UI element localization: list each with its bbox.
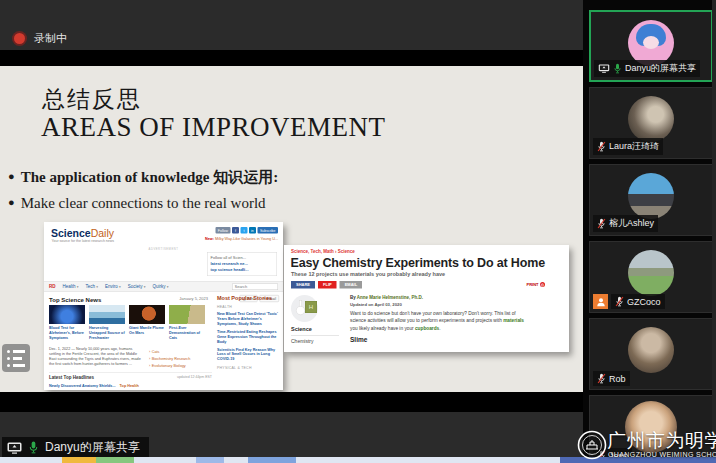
sciencedaily-promo-box: Follow all of Scien... latest research n… (207, 252, 277, 276)
participant-name-pill: Laura汪琦琦 (593, 138, 663, 155)
sciencedaily-body: Top Science News January 5, 2023 ⎙ Print… (44, 292, 283, 390)
new-story-link[interactable]: Milky Way-Like Galaxies in Young U... (215, 236, 278, 241)
mic-on-icon (613, 63, 622, 74)
avatar (628, 96, 674, 142)
article-title: Easy Chemistry Experiments to Do at Home (291, 255, 546, 270)
mic-muted-icon (597, 373, 606, 384)
zoom-meeting-window: 录制中 总结反思 AREAS OF IMPROVEMENT ●The appli… (0, 0, 716, 463)
health-section-label: HEALTH (217, 305, 279, 309)
slide-title-en: AREAS OF IMPROVEMENT (41, 112, 386, 143)
materials-link[interactable]: materials (503, 318, 524, 324)
sciencedaily-screenshot: ScienceDaily Your source for the latest … (44, 222, 283, 390)
participant-tile-laura[interactable]: Laura汪琦琦 (589, 87, 713, 159)
subscribe-button[interactable]: Subscribe (257, 227, 278, 234)
topic-link[interactable]: ›Cats (149, 348, 190, 355)
nav-quirky[interactable]: Quirky ▾ (153, 284, 169, 289)
screen-letterbox-bottom (0, 392, 583, 412)
popular-link[interactable]: Time-Restricted Eating Reshapes Gene Exp… (217, 329, 279, 344)
news-card[interactable]: Blood Test for Alzheimer's, Before Sympt… (49, 305, 85, 340)
physical-tech-section-label: PHYSICAL & TECH (217, 365, 279, 369)
category-chemistry-label[interactable]: Chemistry (291, 339, 343, 345)
news-card-row: Blood Test for Alzheimer's, Before Sympt… (49, 305, 205, 340)
linkedin-icon[interactable]: in (249, 227, 256, 234)
recording-dot-icon (14, 33, 25, 44)
cupboards-link[interactable]: cupboards (415, 325, 439, 331)
article-body-text: Want to do science but don't have your o… (350, 310, 525, 331)
popular-link[interactable]: Scientists Find Key Reason Why Loss of S… (217, 347, 279, 362)
participant-name-pill: GZCoco (611, 294, 665, 309)
panel-scrollbar[interactable] (712, 0, 716, 463)
participants-panel: Danyu的屏幕共享 Laura汪琦琦 榕儿Ashley GZCo (583, 0, 716, 463)
sciencedaily-navbar: RD Health ▾ Tech ▾ Enviro ▾ Society ▾ Qu… (44, 281, 283, 292)
facebook-icon[interactable]: f (232, 227, 239, 234)
article-updated-date: Updated on April 03, 2020 (350, 302, 525, 307)
flip-button[interactable]: FLIP (318, 281, 337, 289)
annotation-toolbar-toggle[interactable] (2, 344, 30, 372)
participant-tile-gzcoco[interactable]: GZCoco (589, 241, 713, 313)
nav-enviro[interactable]: Enviro ▾ (105, 284, 121, 289)
person-icon (596, 297, 606, 307)
article-share-buttons: SHARE FLIP EMAIL (291, 281, 362, 289)
participant-tile-danyu[interactable]: Danyu的屏幕共享 (589, 10, 713, 82)
most-popular-title: Most Popular Stories (217, 295, 279, 301)
share-pill-label: Danyu的屏幕共享 (45, 439, 140, 456)
topic-links: ›Cats ›Biochemistry Research ›Evolutiona… (149, 348, 190, 369)
sciencedaily-logo: ScienceDaily (51, 227, 114, 239)
list-icon (7, 357, 25, 360)
latest-headlines-row: Latest Top Headlines updated 12:44pm EST (49, 372, 212, 380)
search-input[interactable] (232, 283, 278, 290)
nav-health[interactable]: Health ▾ (63, 284, 79, 289)
participant-tile-ashley[interactable]: 榕儿Ashley (589, 164, 713, 236)
nav-tech[interactable]: Tech ▾ (86, 284, 99, 289)
mic-muted-icon (597, 218, 606, 229)
sciencedaily-rd-icon[interactable]: RD (49, 284, 56, 289)
meeting-topbar: 录制中 (0, 0, 583, 50)
sciencedaily-new-row: New: Milky Way-Like Galaxies in Young U.… (205, 236, 278, 241)
twitter-icon[interactable]: t (240, 227, 247, 234)
slide-bullet-1: ●The application of knowledge 知识运用: (8, 168, 278, 187)
article-breadcrumb[interactable]: Science, Tech, Math › Science (291, 249, 355, 254)
topic-link[interactable]: ›Evolutionary Biology (149, 362, 190, 369)
email-button[interactable]: EMAIL (340, 281, 362, 289)
category-science-label[interactable]: Science (291, 326, 343, 332)
advertisement-label: ADVERTISEMENT (149, 247, 179, 250)
slide-title-zh: 总结反思 (42, 84, 142, 115)
share-button[interactable]: SHARE (291, 281, 315, 289)
avatar (628, 173, 674, 219)
mic-muted-icon (615, 296, 624, 307)
headline-link[interactable]: Top Health (120, 383, 139, 388)
popular-link[interactable]: New Blood Test Can Detect 'Toxic' Years … (217, 312, 279, 327)
divider (291, 335, 339, 336)
follow-button[interactable]: Follow (215, 227, 230, 234)
chemistry-article-screenshot: Science, Tech, Math › Science Easy Chemi… (284, 245, 569, 352)
headline-link[interactable]: Newly Discovered Anatomy Shields... (49, 383, 116, 388)
taskbar-app-fragment (196, 457, 224, 463)
nav-society[interactable]: Society ▾ (128, 284, 146, 289)
news-card[interactable]: First-Ever Demonstration of Cats (169, 305, 205, 340)
recording-label: 录制中 (34, 31, 67, 46)
participant-tile-rob[interactable]: Rob (589, 318, 713, 390)
news-card[interactable]: Giant Mantle Plume On Mars (129, 305, 165, 340)
topic-link[interactable]: ›Biochemistry Research (149, 355, 190, 362)
screen-share-status-pill: Danyu的屏幕共享 (2, 437, 149, 458)
element-tile-icon: H (305, 301, 317, 313)
print-button[interactable]: PRINT ⎙ (527, 282, 546, 287)
shared-slide: 总结反思 AREAS OF IMPROVEMENT ●The applicati… (0, 66, 583, 392)
participant-name-pill: 榕儿Ashley (593, 215, 658, 232)
news-date: January 5, 2023 (179, 297, 208, 302)
top-science-news-heading: Top Science News (49, 297, 101, 304)
most-popular-sidebar: Most Popular Stories HEALTH New Blood Te… (217, 295, 279, 369)
article-subtitle: These 12 projects use materials you prob… (291, 271, 445, 277)
author-link[interactable]: Anne Marie Helmenstine, Ph.D. (357, 295, 423, 300)
taskbar-app-fragment (248, 457, 296, 463)
promo-link[interactable]: top science headli... (211, 267, 274, 273)
taskbar-app-fragment (560, 457, 716, 463)
printer-icon: ⎙ (540, 282, 545, 287)
taskbar-app-fragment (96, 457, 134, 463)
screen-share-icon (7, 442, 22, 454)
sciencedaily-ad-area: ADVERTISEMENT Follow all of Scien... lat… (44, 245, 283, 281)
news-card[interactable]: Harvesting Untapped Source of Freshwater (89, 305, 125, 340)
participant-tile-jess[interactable]: Jess (589, 395, 713, 463)
recording-indicator: 录制中 (14, 31, 67, 46)
screen-share-icon (598, 64, 610, 73)
